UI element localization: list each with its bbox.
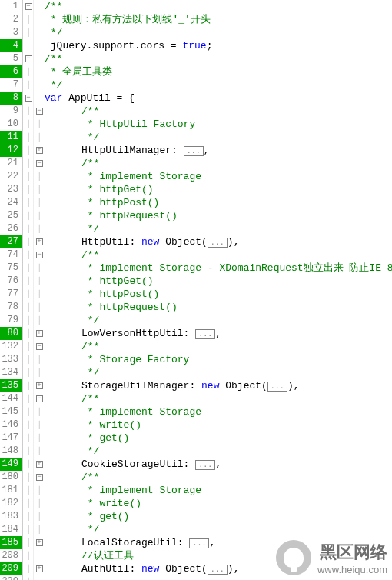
line-number: 78: [0, 301, 22, 314]
code-line[interactable]: │ */: [34, 523, 392, 536]
line-number: 5: [0, 52, 22, 65]
code-line[interactable]: jQuery.support.cors = true;: [34, 39, 392, 52]
line-number: 11: [0, 131, 22, 144]
watermark: 黑区网络 www.heiqu.com: [276, 540, 387, 575]
fold-collapse-icon[interactable]: −: [36, 395, 43, 402]
line-number: 134: [0, 366, 22, 379]
fold-expand-icon[interactable]: +: [36, 565, 43, 572]
folded-region[interactable]: ...: [195, 460, 215, 470]
line-number: 208: [0, 549, 22, 562]
line-number: 80: [0, 327, 22, 340]
code-line[interactable]: +HttpUtilManager: ...,: [34, 144, 392, 157]
code-line[interactable]: −/**: [34, 471, 392, 484]
code-line[interactable]: */: [34, 78, 392, 92]
line-number: 135: [0, 379, 22, 392]
fold-expand-icon[interactable]: +: [36, 539, 43, 546]
code-line[interactable]: │ */: [34, 222, 392, 235]
fold-column-1[interactable]: −││−││−│││││││││││││││││││││││││││││││││…: [23, 0, 34, 580]
line-number: 3: [0, 26, 22, 39]
code-line[interactable]: * 规则：私有方法以下划线'_'开头: [34, 13, 392, 26]
code-line[interactable]: │ */: [34, 366, 392, 379]
code-line[interactable]: * 全局工具类: [34, 65, 392, 78]
fold-expand-icon[interactable]: +: [36, 147, 43, 154]
code-line[interactable]: │ * write(): [34, 418, 392, 432]
code-line[interactable]: │ * httpGet(): [34, 275, 392, 288]
line-number: 27: [0, 235, 22, 248]
code-line[interactable]: │ * get(): [34, 432, 392, 445]
code-line[interactable]: −/**: [34, 340, 392, 353]
code-line[interactable]: │ */: [34, 445, 392, 458]
folded-region[interactable]: ...: [208, 238, 228, 248]
folded-region[interactable]: ...: [195, 329, 215, 339]
line-number: 7: [0, 78, 22, 92]
fold-collapse-icon[interactable]: −: [36, 343, 43, 350]
code-line[interactable]: /**: [34, 0, 392, 13]
code-line[interactable]: +LowVersonHttpUtil: ...,: [34, 327, 392, 340]
code-line[interactable]: +HttpUtil: new Object(...),: [34, 235, 392, 248]
code-line[interactable]: │ * httpPost(): [34, 288, 392, 301]
code-line[interactable]: │ * get(): [34, 510, 392, 523]
folded-region[interactable]: ...: [184, 146, 204, 156]
line-number: 180: [0, 471, 22, 484]
line-number: 145: [0, 405, 22, 418]
fold-collapse-icon[interactable]: −: [25, 95, 32, 102]
folded-region[interactable]: ...: [267, 382, 287, 392]
code-line[interactable]: │ * HttpUtil Factory: [34, 118, 392, 131]
line-number: 144: [0, 392, 22, 405]
fold-expand-icon[interactable]: +: [36, 382, 43, 389]
fold-collapse-icon[interactable]: −: [25, 3, 32, 10]
code-line[interactable]: +CookieStorageUtil: ...,: [34, 458, 392, 471]
code-line[interactable]: │ * httpRequest(): [34, 209, 392, 222]
code-line[interactable]: │ * implement Storage: [34, 170, 392, 183]
code-line[interactable]: │ */: [34, 131, 392, 144]
fold-expand-icon[interactable]: +: [36, 238, 43, 245]
fold-collapse-icon[interactable]: −: [36, 160, 43, 167]
fold-collapse-icon[interactable]: −: [36, 108, 43, 115]
code-line[interactable]: −/**: [34, 105, 392, 118]
fold-collapse-icon[interactable]: −: [36, 252, 43, 258]
code-line[interactable]: │ * implement Storage - XDomainRequest独立…: [34, 262, 392, 275]
code-line[interactable]: −/**: [34, 392, 392, 405]
code-line[interactable]: │ * implement Storage: [34, 405, 392, 418]
fold-collapse-icon[interactable]: −: [36, 474, 43, 481]
line-number: 23: [0, 183, 22, 196]
line-number: 147: [0, 432, 22, 445]
line-number: 4: [0, 39, 22, 52]
code-line[interactable]: │ * write(): [34, 497, 392, 510]
code-line[interactable]: /**: [34, 52, 392, 65]
code-line[interactable]: −/**: [34, 248, 392, 262]
code-line[interactable]: −/**: [34, 157, 392, 170]
line-number: 2: [0, 13, 22, 26]
line-number: 9: [0, 105, 22, 118]
fold-expand-icon[interactable]: +: [36, 330, 43, 337]
code-line[interactable]: │ */: [34, 314, 392, 327]
folded-region[interactable]: ...: [189, 538, 209, 548]
line-number: 182: [0, 497, 22, 510]
line-number: 6: [0, 65, 22, 78]
line-number: 21: [0, 157, 22, 170]
code-line[interactable]: │ * Storage Factory: [34, 353, 392, 366]
fold-collapse-icon[interactable]: −: [25, 55, 32, 62]
code-line[interactable]: │ * implement Storage: [34, 484, 392, 497]
code-line[interactable]: */: [34, 26, 392, 39]
line-number: 132: [0, 340, 22, 353]
line-number: 8: [0, 92, 22, 105]
code-line[interactable]: +StorageUtilManager: new Object(...),: [34, 379, 392, 392]
line-number: 183: [0, 510, 22, 523]
code-area[interactable]: /** * 规则：私有方法以下划线'_'开头 */ jQuery.support…: [34, 0, 392, 580]
folded-region[interactable]: ...: [208, 565, 228, 575]
code-line[interactable]: │ * httpGet(): [34, 183, 392, 196]
line-number: 77: [0, 288, 22, 301]
code-line[interactable]: [34, 575, 392, 580]
line-number: 79: [0, 314, 22, 327]
watermark-url: www.heiqu.com: [317, 564, 387, 575]
line-number-gutter: 1234567891011122122232425262774757677787…: [0, 0, 23, 580]
code-editor[interactable]: 1234567891011122122232425262774757677787…: [0, 0, 392, 580]
line-number: 148: [0, 445, 22, 458]
code-line[interactable]: var AppUtil = {: [34, 92, 392, 105]
code-line[interactable]: │ * httpRequest(): [34, 301, 392, 314]
fold-expand-icon[interactable]: +: [36, 461, 43, 468]
line-number: 76: [0, 275, 22, 288]
code-line[interactable]: │ * httpPost(): [34, 196, 392, 209]
mushroom-icon: [276, 540, 311, 575]
